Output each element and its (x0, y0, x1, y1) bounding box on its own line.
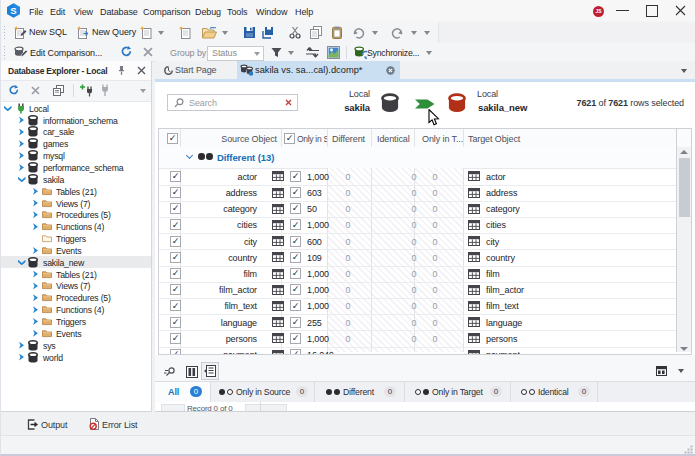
svg-text:S: S (10, 5, 16, 16)
